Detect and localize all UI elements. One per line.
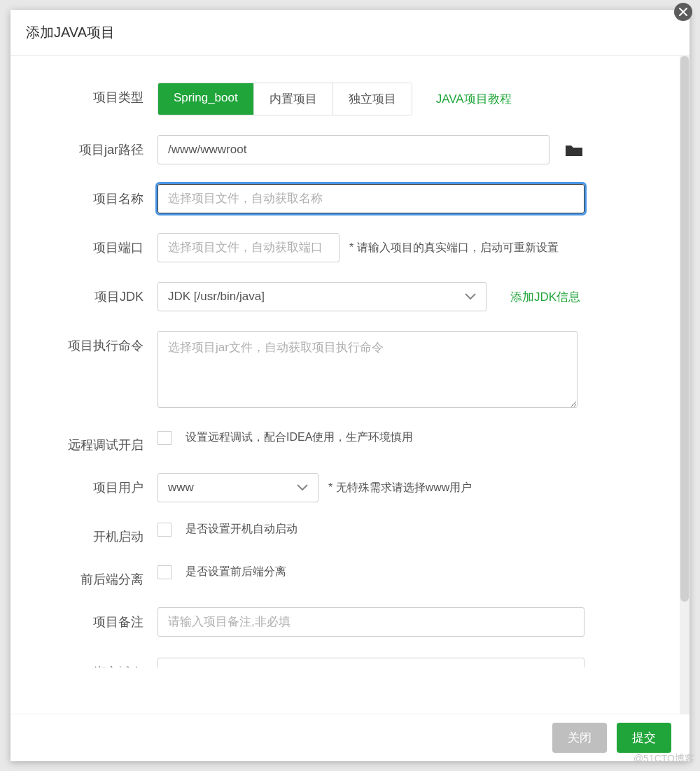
scrollbar-thumb[interactable] bbox=[680, 56, 689, 602]
add-java-project-modal: 添加JAVA项目 项目类型 Spring_boot 内置项目 独立项目 JAVA… bbox=[10, 10, 690, 761]
bind-domain-input[interactable] bbox=[158, 658, 584, 667]
folder-icon[interactable] bbox=[565, 143, 582, 156]
auto-start-checkbox[interactable] bbox=[158, 523, 172, 537]
watermark: @51CTO博客 bbox=[634, 753, 694, 765]
modal-header: 添加JAVA项目 bbox=[10, 10, 690, 56]
modal-body: 项目类型 Spring_boot 内置项目 独立项目 JAVA项目教程 项目ja… bbox=[10, 56, 680, 714]
label-project-name: 项目名称 bbox=[10, 184, 158, 207]
chevron-down-icon bbox=[464, 292, 477, 301]
jdk-select[interactable] bbox=[158, 282, 486, 311]
modal-title: 添加JAVA项目 bbox=[26, 23, 115, 42]
label-project-type: 项目类型 bbox=[10, 83, 158, 106]
tab-builtin[interactable]: 内置项目 bbox=[254, 83, 333, 115]
label-project-jdk: 项目JDK bbox=[10, 282, 158, 305]
auto-start-hint: 是否设置开机自动启动 bbox=[186, 522, 298, 537]
label-bind-domain: 绑定域名 bbox=[10, 658, 158, 667]
front-back-sep-checkbox[interactable] bbox=[158, 565, 172, 579]
label-front-back-sep: 前后端分离 bbox=[10, 565, 158, 588]
jar-path-input[interactable] bbox=[158, 135, 550, 164]
chevron-down-icon bbox=[296, 483, 309, 492]
label-remark: 项目备注 bbox=[10, 607, 158, 630]
tab-spring-boot[interactable]: Spring_boot bbox=[158, 83, 254, 115]
front-back-sep-hint: 是否设置前后端分离 bbox=[186, 565, 286, 579]
port-hint: * 请输入项目的真实端口，启动可重新设置 bbox=[349, 241, 559, 255]
close-icon[interactable] bbox=[674, 3, 692, 21]
scrollbar[interactable] bbox=[680, 56, 690, 714]
remote-debug-hint: 设置远程调试，配合IDEA使用，生产环境慎用 bbox=[186, 430, 413, 445]
label-remote-debug: 远程调试开启 bbox=[10, 430, 158, 453]
exec-cmd-textarea[interactable] bbox=[158, 331, 578, 408]
add-jdk-link[interactable]: 添加JDK信息 bbox=[510, 289, 580, 305]
project-type-tabs: Spring_boot 内置项目 独立项目 bbox=[158, 83, 412, 115]
user-hint: * 无特殊需求请选择www用户 bbox=[328, 481, 472, 495]
label-auto-start: 开机启动 bbox=[10, 522, 158, 545]
submit-button[interactable]: 提交 bbox=[617, 723, 671, 753]
project-port-input[interactable] bbox=[158, 233, 340, 262]
label-exec-cmd: 项目执行命令 bbox=[10, 331, 158, 354]
label-project-user: 项目用户 bbox=[10, 473, 158, 496]
close-button[interactable]: 关闭 bbox=[552, 723, 607, 753]
java-tutorial-link[interactable]: JAVA项目教程 bbox=[436, 91, 512, 107]
remote-debug-checkbox[interactable] bbox=[158, 431, 172, 445]
label-jar-path: 项目jar路径 bbox=[10, 135, 158, 158]
label-project-port: 项目端口 bbox=[10, 233, 158, 256]
remark-input[interactable] bbox=[158, 607, 584, 637]
modal-footer: 关闭 提交 bbox=[10, 714, 690, 761]
project-name-input[interactable] bbox=[158, 184, 584, 213]
tab-standalone[interactable]: 独立项目 bbox=[333, 83, 412, 115]
user-select[interactable] bbox=[158, 473, 318, 502]
